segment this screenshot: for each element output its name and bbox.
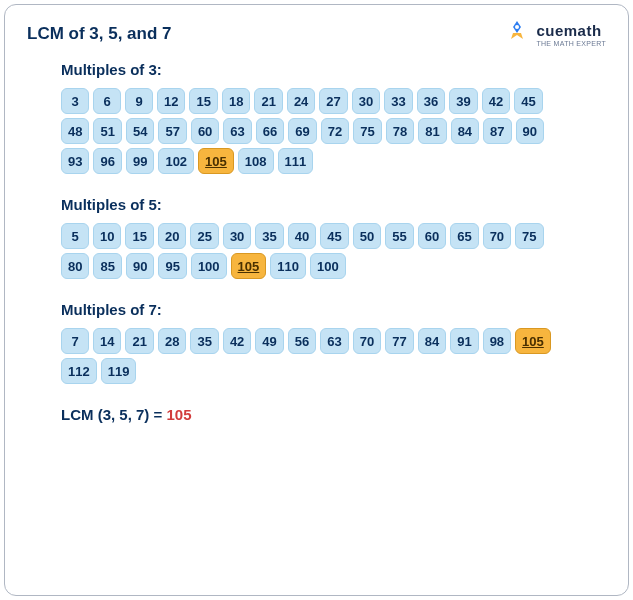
page-title: LCM of 3, 5, and 7: [27, 24, 172, 44]
multiple-chip: 119: [101, 358, 137, 384]
multiple-chip-highlight: 105: [198, 148, 234, 174]
multiple-chip: 93: [61, 148, 89, 174]
multiple-chip: 54: [126, 118, 154, 144]
multiple-chip: 69: [288, 118, 316, 144]
multiple-chip: 9: [125, 88, 153, 114]
multiple-chip: 78: [386, 118, 414, 144]
multiple-chip: 49: [255, 328, 283, 354]
multiple-chip: 66: [256, 118, 284, 144]
multiple-chip: 55: [385, 223, 413, 249]
result-value: 105: [166, 406, 191, 423]
multiple-chip: 40: [288, 223, 316, 249]
multiple-chip: 75: [353, 118, 381, 144]
multiple-chip: 100: [191, 253, 227, 279]
multiple-chip: 111: [278, 148, 314, 174]
brand-logo: cuemath THE MATH EXPERT: [504, 19, 606, 49]
multiple-chip: 95: [158, 253, 186, 279]
multiple-chip: 56: [288, 328, 316, 354]
multiple-chip: 91: [450, 328, 478, 354]
multiple-chip: 98: [483, 328, 511, 354]
multiple-chip: 110: [270, 253, 306, 279]
multiple-chip: 25: [190, 223, 218, 249]
multiple-chip: 102: [158, 148, 194, 174]
multiple-chip: 84: [418, 328, 446, 354]
multiple-chip: 90: [126, 253, 154, 279]
brand-name: cuemath: [536, 22, 606, 39]
multiple-chip: 85: [93, 253, 121, 279]
multiple-chip: 21: [254, 88, 282, 114]
multiple-chip: 3: [61, 88, 89, 114]
multiple-chip: 72: [321, 118, 349, 144]
multiple-chip: 18: [222, 88, 250, 114]
multiple-chip: 60: [191, 118, 219, 144]
multiple-chip: 42: [482, 88, 510, 114]
multiple-chip: 63: [320, 328, 348, 354]
multiple-chip-highlight: 105: [515, 328, 551, 354]
multiple-chip: 39: [449, 88, 477, 114]
result-line: LCM (3, 5, 7) = 105: [61, 406, 572, 423]
svg-point-0: [515, 25, 519, 29]
diagram-frame: LCM of 3, 5, and 7 cuemath THE MATH EXPE…: [4, 4, 629, 596]
multiple-chip: 60: [418, 223, 446, 249]
multiple-chip: 100: [310, 253, 346, 279]
multiple-chip: 96: [93, 148, 121, 174]
multiple-chip-highlight: 105: [231, 253, 267, 279]
multiple-chip: 35: [255, 223, 283, 249]
section-label: Multiples of 5:: [61, 196, 572, 213]
multiple-chip: 108: [238, 148, 274, 174]
header: LCM of 3, 5, and 7 cuemath THE MATH EXPE…: [5, 5, 628, 49]
chip-row: 3691215182124273033363942454851545760636…: [61, 88, 572, 174]
multiple-chip: 112: [61, 358, 97, 384]
rocket-icon: [504, 19, 530, 49]
chip-row: 714212835424956637077849198105112119: [61, 328, 572, 384]
multiple-chip: 21: [125, 328, 153, 354]
multiples-section: Multiples of 3:3691215182124273033363942…: [61, 61, 572, 174]
multiple-chip: 42: [223, 328, 251, 354]
multiple-chip: 15: [189, 88, 217, 114]
result-label: LCM (3, 5, 7) =: [61, 406, 166, 423]
multiple-chip: 6: [93, 88, 121, 114]
multiple-chip: 84: [451, 118, 479, 144]
multiple-chip: 45: [514, 88, 542, 114]
multiple-chip: 14: [93, 328, 121, 354]
multiple-chip: 45: [320, 223, 348, 249]
multiple-chip: 5: [61, 223, 89, 249]
section-label: Multiples of 7:: [61, 301, 572, 318]
multiple-chip: 10: [93, 223, 121, 249]
multiple-chip: 65: [450, 223, 478, 249]
multiple-chip: 36: [417, 88, 445, 114]
multiple-chip: 7: [61, 328, 89, 354]
multiple-chip: 70: [353, 328, 381, 354]
multiples-section: Multiples of 5:5101520253035404550556065…: [61, 196, 572, 279]
multiple-chip: 27: [319, 88, 347, 114]
multiple-chip: 33: [384, 88, 412, 114]
multiple-chip: 28: [158, 328, 186, 354]
multiple-chip: 20: [158, 223, 186, 249]
multiple-chip: 70: [483, 223, 511, 249]
multiple-chip: 12: [157, 88, 185, 114]
multiple-chip: 24: [287, 88, 315, 114]
multiple-chip: 75: [515, 223, 543, 249]
content-area: Multiples of 3:3691215182124273033363942…: [5, 49, 628, 423]
brand-text-wrap: cuemath THE MATH EXPERT: [536, 22, 606, 47]
multiple-chip: 51: [93, 118, 121, 144]
multiple-chip: 48: [61, 118, 89, 144]
multiple-chip: 35: [190, 328, 218, 354]
multiple-chip: 57: [158, 118, 186, 144]
multiple-chip: 81: [418, 118, 446, 144]
multiple-chip: 50: [353, 223, 381, 249]
multiple-chip: 87: [483, 118, 511, 144]
brand-tagline: THE MATH EXPERT: [536, 40, 606, 47]
multiple-chip: 15: [125, 223, 153, 249]
multiple-chip: 77: [385, 328, 413, 354]
multiples-section: Multiples of 7:7142128354249566370778491…: [61, 301, 572, 384]
chip-row: 5101520253035404550556065707580859095100…: [61, 223, 572, 279]
multiple-chip: 99: [126, 148, 154, 174]
multiple-chip: 30: [223, 223, 251, 249]
multiple-chip: 80: [61, 253, 89, 279]
section-label: Multiples of 3:: [61, 61, 572, 78]
multiple-chip: 90: [516, 118, 544, 144]
multiple-chip: 30: [352, 88, 380, 114]
multiple-chip: 63: [223, 118, 251, 144]
